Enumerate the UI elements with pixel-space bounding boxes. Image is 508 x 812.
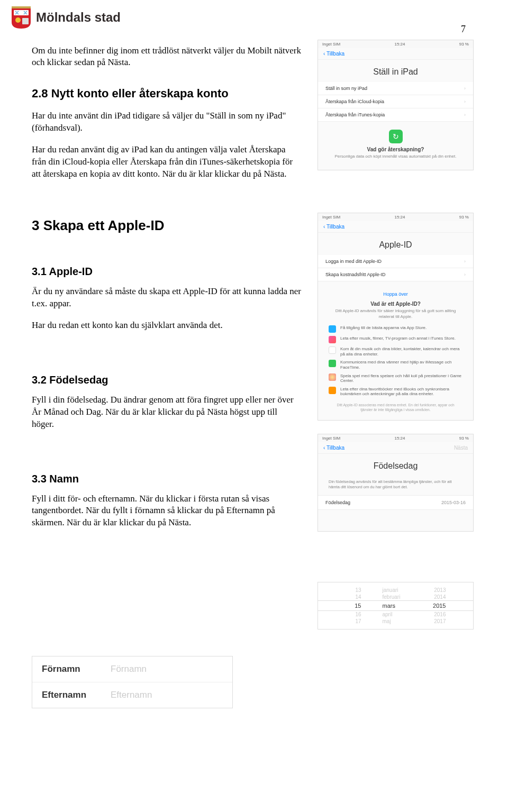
birthday-value: 2015-03-16 (441, 500, 466, 505)
feature-gamecenter: Spela spel med flera spelare och håll ko… (318, 372, 473, 385)
option-signin-appleid[interactable]: Logga in med ditt Apple-ID› (318, 255, 473, 268)
status-battery: 93 % (459, 215, 469, 220)
feature-itunes: Leta efter musik, filmer, TV-program och… (318, 334, 473, 345)
screen-title: Födelsedag (318, 454, 473, 476)
feature-ibooks: Leta efter dina favoritböcker med iBooks… (318, 385, 473, 398)
screenshot-column: Inget SIM 15:24 93 % ‹ Tillbaka Ställ in… (318, 34, 482, 629)
back-button[interactable]: ‹ Tillbaka (323, 51, 344, 57)
back-button[interactable]: ‹ Tillbaka (323, 224, 344, 230)
chevron-right-icon: › (464, 99, 466, 104)
status-time: 15:24 (394, 436, 405, 441)
ipad-nav-bar: ‹ Tillbaka (318, 48, 473, 60)
status-time: 15:24 (394, 42, 405, 47)
birthday-desc: Din födelsedag används för att bestämma … (318, 476, 473, 495)
birthday-label: Födelsedag (325, 500, 350, 505)
section-3-1-p2: Har du redan ett konto kan du självklart… (32, 320, 302, 332)
chevron-right-icon: › (464, 112, 466, 117)
appleid-info-desc: Ditt Apple-ID används för säker inloggni… (318, 308, 473, 324)
section-3-title: 3 Skapa ett Apple-ID (32, 217, 302, 234)
restore-info-title: Vad gör återskapning? (318, 147, 473, 152)
next-button[interactable]: Nästa (454, 445, 468, 451)
svg-rect-2 (22, 18, 29, 24)
feature-appstore: Få tillgång till de bästa apparna via Ap… (318, 324, 473, 334)
feature-messages: Kommunicera med dina vänner med hjälp av… (318, 358, 473, 371)
birthday-row[interactable]: Födelsedag 2015-03-16 (318, 495, 473, 510)
ipad-appleid-screenshot: Inget SIM 15:24 93 % ‹ Tillbaka Apple-ID… (318, 213, 474, 421)
appleid-fineprint: Ditt Apple-ID associeras med denna enhet… (318, 398, 473, 420)
status-sim: Inget SIM (322, 436, 340, 441)
section-2-8-p1: Har du inte använt din iPad tidigare så … (32, 110, 302, 134)
firstname-label: Förnamn (42, 664, 111, 674)
logo-area: Mölndals stad (0, 0, 508, 34)
section-3-1-p1: Är du ny användare så måste du skapa ett… (32, 286, 302, 310)
ipad-setup-screenshot: Inget SIM 15:24 93 % ‹ Tillbaka Ställ in… (318, 40, 474, 170)
ipad-status-bar: Inget SIM 15:24 93 % (318, 213, 473, 221)
main-content: Om du inte befinner dig inom ett trådlös… (32, 34, 318, 629)
restore-info-desc: Personliga data och köpt innehåll visas … (318, 154, 473, 170)
status-sim: Inget SIM (322, 215, 340, 220)
name-fields-screenshot: Förnamn Förnamn Efternamn Efternamn (32, 656, 233, 708)
status-battery: 93 % (459, 436, 469, 441)
appleid-info-title: Vad är ett Apple-ID? (318, 301, 473, 307)
chevron-right-icon: › (464, 272, 466, 277)
section-3-2-title: 3.2 Födelsedag (32, 374, 302, 386)
firstname-placeholder: Förnamn (111, 664, 147, 674)
chevron-right-icon: › (464, 86, 466, 91)
ipad-status-bar: Inget SIM 15:24 93 % (318, 434, 473, 442)
option-restore-itunes[interactable]: Återskapa från iTunes-kopia› (318, 108, 473, 122)
itunes-icon (329, 336, 336, 343)
lastname-placeholder: Efternamn (111, 690, 152, 700)
option-restore-icloud[interactable]: Återskapa från iCloud-kopia› (318, 95, 473, 108)
messages-icon (329, 360, 336, 367)
icloud-icon (329, 346, 336, 354)
ibooks-icon (329, 387, 336, 394)
section-2-8-title: 2.8 Nytt konto eller återskapa konto (32, 87, 302, 101)
restore-icon: ↻ (389, 130, 403, 143)
section-3-2-p1: Fyll i din födelsedag. Du ändrar genom a… (32, 394, 302, 431)
picker-selected-row: 15mars2015 (318, 600, 473, 611)
section-3-3-title: 3.3 Namn (32, 473, 302, 485)
section-3-3-p1: Fyll i ditt för- och efternamn. När du k… (32, 493, 302, 530)
ipad-birthday-screenshot: Inget SIM 15:24 93 % ‹ Tillbaka Nästa Fö… (318, 434, 474, 532)
screen-title: Apple-ID (318, 233, 473, 255)
screen-title: Ställ in iPad (318, 60, 473, 82)
page-number: 7 (461, 24, 466, 35)
status-battery: 93 % (459, 42, 469, 47)
section-2-8-p2: Har du redan använt dig av iPad kan du a… (32, 144, 302, 180)
ipad-status-bar: Inget SIM 15:24 93 % (318, 40, 473, 48)
option-new-ipad[interactable]: Ställ in som ny iPad› (318, 82, 473, 95)
lastname-label: Efternamn (42, 690, 111, 700)
molndal-shield-icon (11, 5, 32, 29)
ipad-nav-bar: ‹ Tillbaka (318, 221, 473, 233)
status-sim: Inget SIM (322, 42, 340, 47)
status-time: 15:24 (394, 215, 405, 220)
svg-rect-0 (14, 10, 29, 15)
appstore-icon (329, 325, 336, 333)
firstname-row[interactable]: Förnamn Förnamn (32, 656, 232, 682)
intro-paragraph: Om du inte befinner dig inom ett trådlös… (32, 45, 302, 68)
skip-link[interactable]: Hoppa över (318, 289, 473, 301)
lastname-row[interactable]: Efternamn Efternamn (32, 682, 232, 708)
back-button[interactable]: ‹ Tillbaka (323, 445, 344, 451)
feature-icloud: Kom åt din musik och dina bilder, kontak… (318, 345, 473, 358)
section-3-1-title: 3.1 Apple-ID (32, 266, 302, 278)
ipad-nav-bar: ‹ Tillbaka Nästa (318, 442, 473, 454)
date-picker-screenshot[interactable]: 13januari2013 14februari2014 15mars2015 … (318, 582, 474, 629)
logo-text: Mölndals stad (36, 10, 121, 25)
gamecenter-icon (329, 373, 336, 381)
svg-point-1 (15, 17, 21, 23)
chevron-right-icon: › (464, 259, 466, 264)
option-create-appleid[interactable]: Skapa kostnadsfritt Apple-ID› (318, 268, 473, 281)
